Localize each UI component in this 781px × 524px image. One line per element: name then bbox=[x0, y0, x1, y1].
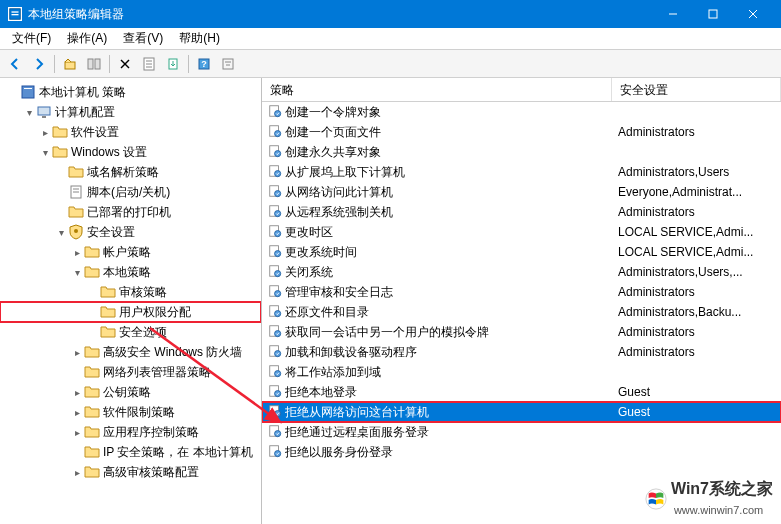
window-titlebar: 本地组策略编辑器 bbox=[0, 0, 781, 28]
tree-pane[interactable]: 本地计算机 策略▾计算机配置▸软件设置▾Windows 设置域名解析策略脚本(启… bbox=[0, 78, 262, 524]
policy-setting-cell bbox=[612, 451, 781, 453]
policy-row[interactable]: 拒绝通过远程桌面服务登录 bbox=[262, 422, 781, 442]
svg-rect-2 bbox=[12, 14, 19, 15]
policy-name-cell: 拒绝从网络访问这台计算机 bbox=[262, 403, 612, 422]
tree-public-key[interactable]: ▸公钥策略 bbox=[0, 382, 261, 402]
show-hide-button[interactable] bbox=[83, 53, 105, 75]
svg-point-47 bbox=[275, 270, 281, 276]
expand-icon[interactable]: ▾ bbox=[38, 147, 52, 158]
menu-help[interactable]: 帮助(H) bbox=[171, 28, 228, 49]
policy-row[interactable]: 关闭系统Administrators,Users,... bbox=[262, 262, 781, 282]
column-setting[interactable]: 安全设置 bbox=[612, 78, 781, 101]
delete-button[interactable] bbox=[114, 53, 136, 75]
tree-security-settings[interactable]: ▾安全设置 bbox=[0, 222, 261, 242]
tree-user-rights-icon bbox=[100, 304, 116, 320]
tree-audit-policy[interactable]: 审核策略 bbox=[0, 282, 261, 302]
policy-name-cell: 将工作站添加到域 bbox=[262, 363, 612, 382]
policy-row[interactable]: 拒绝从网络访问这台计算机Guest bbox=[262, 402, 781, 422]
policy-row[interactable]: 管理审核和安全日志Administrators bbox=[262, 282, 781, 302]
close-button[interactable] bbox=[733, 0, 773, 28]
tree-security-options-icon bbox=[100, 324, 116, 340]
forward-button[interactable] bbox=[28, 53, 50, 75]
tree-deployed-printers[interactable]: 已部署的打印机 bbox=[0, 202, 261, 222]
tree-app-control[interactable]: ▸应用程序控制策略 bbox=[0, 422, 261, 442]
expand-icon[interactable]: ▸ bbox=[70, 247, 84, 258]
properties-button[interactable] bbox=[138, 53, 160, 75]
tree-name-resolution[interactable]: 域名解析策略 bbox=[0, 162, 261, 182]
policy-row[interactable]: 从扩展坞上取下计算机Administrators,Users bbox=[262, 162, 781, 182]
tree-label: 网络列表管理器策略 bbox=[103, 364, 211, 381]
policy-row[interactable]: 创建一个页面文件Administrators bbox=[262, 122, 781, 142]
policy-setting-cell: Administrators,Backu... bbox=[612, 304, 781, 320]
policy-row[interactable]: 从网络访问此计算机Everyone,Administrat... bbox=[262, 182, 781, 202]
tree-local-policies[interactable]: ▾本地策略 bbox=[0, 262, 261, 282]
policy-icon bbox=[268, 164, 282, 181]
tree-network-list[interactable]: 网络列表管理器策略 bbox=[0, 362, 261, 382]
tree-windows-firewall[interactable]: ▸高级安全 Windows 防火墙 bbox=[0, 342, 261, 362]
svg-point-31 bbox=[275, 110, 281, 116]
back-button[interactable] bbox=[4, 53, 26, 75]
tree-label: 帐户策略 bbox=[103, 244, 151, 261]
expand-icon[interactable]: ▸ bbox=[38, 127, 52, 138]
policy-setting-cell: Administrators bbox=[612, 284, 781, 300]
svg-rect-7 bbox=[65, 62, 75, 69]
tree-software-settings[interactable]: ▸软件设置 bbox=[0, 122, 261, 142]
expand-icon[interactable]: ▸ bbox=[70, 387, 84, 398]
policy-row[interactable]: 创建永久共享对象 bbox=[262, 142, 781, 162]
policy-name: 关闭系统 bbox=[285, 264, 333, 281]
expand-icon[interactable]: ▾ bbox=[22, 107, 36, 118]
policy-row[interactable]: 拒绝本地登录Guest bbox=[262, 382, 781, 402]
minimize-button[interactable] bbox=[653, 0, 693, 28]
tree-windows-settings[interactable]: ▾Windows 设置 bbox=[0, 142, 261, 162]
tree-user-rights[interactable]: 用户权限分配 bbox=[0, 302, 261, 322]
expand-icon[interactable]: ▸ bbox=[70, 407, 84, 418]
tree-advanced-audit[interactable]: ▸高级审核策略配置 bbox=[0, 462, 261, 482]
tree-security-options[interactable]: 安全选项 bbox=[0, 322, 261, 342]
menu-view[interactable]: 查看(V) bbox=[115, 28, 171, 49]
tree-label: 计算机配置 bbox=[55, 104, 115, 121]
tree-root[interactable]: 本地计算机 策略 bbox=[0, 82, 261, 102]
toolbar-separator bbox=[54, 55, 55, 73]
menu-action[interactable]: 操作(A) bbox=[59, 28, 115, 49]
policy-name: 从网络访问此计算机 bbox=[285, 184, 393, 201]
expand-icon[interactable]: ▸ bbox=[70, 427, 84, 438]
column-policy[interactable]: 策略 bbox=[262, 78, 612, 101]
tree-software-restriction[interactable]: ▸软件限制策略 bbox=[0, 402, 261, 422]
tree-computer-config[interactable]: ▾计算机配置 bbox=[0, 102, 261, 122]
policy-setting-cell: Administrators,Users,... bbox=[612, 264, 781, 280]
filter-button[interactable] bbox=[217, 53, 239, 75]
expand-icon[interactable]: ▸ bbox=[70, 467, 84, 478]
svg-point-55 bbox=[275, 350, 281, 356]
policy-row[interactable]: 更改系统时间LOCAL SERVICE,Admi... bbox=[262, 242, 781, 262]
policy-row[interactable]: 将工作站添加到域 bbox=[262, 362, 781, 382]
policy-setting-cell bbox=[612, 111, 781, 113]
policy-list-pane[interactable]: 策略 安全设置 创建一个令牌对象创建一个页面文件Administrators创建… bbox=[262, 78, 781, 524]
tree-account-policies[interactable]: ▸帐户策略 bbox=[0, 242, 261, 262]
expand-icon[interactable]: ▾ bbox=[54, 227, 68, 238]
policy-name-cell: 还原文件和目录 bbox=[262, 303, 612, 322]
tree-scripts[interactable]: 脚本(启动/关机) bbox=[0, 182, 261, 202]
expand-icon[interactable]: ▸ bbox=[70, 347, 84, 358]
policy-name: 创建永久共享对象 bbox=[285, 144, 381, 161]
policy-row[interactable]: 加载和卸载设备驱动程序Administrators bbox=[262, 342, 781, 362]
tree-software-settings-icon bbox=[52, 124, 68, 140]
policy-row[interactable]: 拒绝以服务身份登录 bbox=[262, 442, 781, 462]
tree-network-list-icon bbox=[84, 364, 100, 380]
up-button[interactable] bbox=[59, 53, 81, 75]
policy-icon bbox=[268, 324, 282, 341]
policy-setting-cell: Administrators bbox=[612, 324, 781, 340]
policy-row[interactable]: 还原文件和目录Administrators,Backu... bbox=[262, 302, 781, 322]
policy-name: 拒绝本地登录 bbox=[285, 384, 357, 401]
expand-icon[interactable]: ▾ bbox=[70, 267, 84, 278]
policy-row[interactable]: 从远程系统强制关机Administrators bbox=[262, 202, 781, 222]
policy-row[interactable]: 创建一个令牌对象 bbox=[262, 102, 781, 122]
policy-row[interactable]: 获取同一会话中另一个用户的模拟令牌Administrators bbox=[262, 322, 781, 342]
tree-ip-security[interactable]: IP 安全策略，在 本地计算机 bbox=[0, 442, 261, 462]
export-button[interactable] bbox=[162, 53, 184, 75]
policy-name-cell: 关闭系统 bbox=[262, 263, 612, 282]
menu-file[interactable]: 文件(F) bbox=[4, 28, 59, 49]
help-button[interactable]: ? bbox=[193, 53, 215, 75]
policy-row[interactable]: 更改时区LOCAL SERVICE,Admi... bbox=[262, 222, 781, 242]
maximize-button[interactable] bbox=[693, 0, 733, 28]
policy-setting-cell: Everyone,Administrat... bbox=[612, 184, 781, 200]
